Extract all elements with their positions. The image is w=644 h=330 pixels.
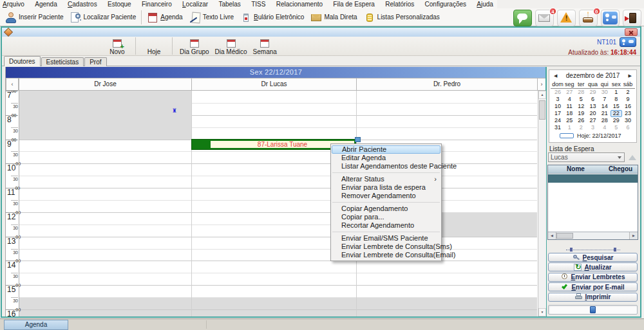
menu-item-copiar-agendamento[interactable]: Copiar Agendamento xyxy=(331,205,441,213)
menu-item-copiar-para[interactable]: Copiar para... xyxy=(331,213,441,221)
contacts-button[interactable] xyxy=(601,10,620,26)
calendar-day[interactable]: 6 xyxy=(587,96,598,103)
menu-relat-rios[interactable]: Relatórios xyxy=(385,1,414,8)
next-column-button[interactable]: › xyxy=(537,78,546,91)
calendar-day[interactable]: 16 xyxy=(622,103,634,110)
calendar-day[interactable]: 13 xyxy=(587,103,598,110)
calendar-day[interactable]: 20 xyxy=(587,110,598,117)
scrollbar-thumb[interactable] xyxy=(556,233,573,239)
tab-prof[interactable]: Prof xyxy=(84,57,106,66)
horizontal-scrollbar[interactable]: ◀ ▶ xyxy=(548,232,638,239)
window-titlebar[interactable] xyxy=(2,28,640,37)
scroll-right-icon[interactable]: ▶ xyxy=(629,232,638,239)
calendar-day[interactable]: 3 xyxy=(587,124,598,131)
action-dia-grupo[interactable]: Dia Grupo xyxy=(180,39,209,55)
close-button[interactable] xyxy=(625,28,638,36)
calendar-day[interactable]: 24 xyxy=(552,117,564,124)
button-enviar-lembretes[interactable]: Enviar Lembretes xyxy=(548,273,638,282)
calendar-day[interactable]: 5 xyxy=(611,124,622,131)
menu-item-enviar-lembrete-de-consulta-sms[interactable]: Enviar Lembrete de Consulta(Sms) xyxy=(331,243,441,251)
calendar-day[interactable]: 31 xyxy=(552,124,564,131)
calendar-next-icon[interactable]: ▶ xyxy=(629,73,632,79)
menu-tiss[interactable]: TISS xyxy=(251,1,265,8)
exit-button[interactable] xyxy=(623,10,641,26)
menu-item-enviar-email-sms-paciente[interactable]: Enviar Email/SMS Paciente xyxy=(331,234,441,243)
calendar-day[interactable]: 21 xyxy=(599,110,611,117)
calendar-day[interactable]: 1 xyxy=(611,89,622,96)
menu-localizar[interactable]: Localizar xyxy=(182,1,208,8)
calendar-day[interactable]: 4 xyxy=(564,96,575,103)
zoom-slider-handle[interactable] xyxy=(590,306,596,313)
calendar-day[interactable]: 19 xyxy=(575,110,587,117)
menu-item-alterar-status[interactable]: Alterar Status› xyxy=(331,175,441,183)
mail-button[interactable]: 4 xyxy=(535,10,554,26)
calendar-day[interactable]: 1 xyxy=(564,124,575,131)
appointment-resize-handle[interactable] xyxy=(355,137,361,142)
calendar-day[interactable]: 29 xyxy=(611,117,622,124)
menu-item-remover-agendamento[interactable]: Remover Agendamento xyxy=(331,192,441,200)
calendar-day[interactable]: 14 xyxy=(599,103,611,110)
calendar-day[interactable]: 7 xyxy=(599,96,611,103)
menu-cadastros[interactable]: Cadastros xyxy=(68,1,97,8)
calendar-day[interactable]: 22 xyxy=(611,110,622,117)
toolbar-bul-rio-eletr-nico[interactable]: Bulário Eletrônico xyxy=(237,10,307,25)
previous-column-button[interactable]: ‹ xyxy=(6,78,19,91)
blocked-time[interactable] xyxy=(19,297,537,316)
calendar-day[interactable]: 28 xyxy=(599,117,611,124)
calendar-day[interactable]: 30 xyxy=(622,117,634,124)
scroll-down-icon[interactable]: ▼ xyxy=(538,308,546,316)
menu-configura-es[interactable]: Configurações xyxy=(425,1,466,8)
zoom-slider[interactable] xyxy=(548,305,638,315)
calendar-day[interactable]: 2 xyxy=(575,124,587,131)
toolbar-texto-livre[interactable]: Texto Livre xyxy=(186,10,237,25)
calendar-day[interactable]: 23 xyxy=(622,110,634,117)
calendar-day[interactable]: 11 xyxy=(564,103,575,110)
calendar-day[interactable]: 9 xyxy=(622,96,634,103)
calendar-day[interactable]: 18 xyxy=(564,110,575,117)
collapse-panel-icon[interactable] xyxy=(629,155,636,160)
menu-agenda[interactable]: Agenda xyxy=(35,1,57,8)
menu-ajuda[interactable]: Ajuda xyxy=(477,1,493,8)
action-dia-m-dico[interactable]: Dia Médico xyxy=(215,39,247,55)
calendar-day[interactable]: 8 xyxy=(611,96,622,103)
toolbar-inserir-paciente[interactable]: Inserir Paciente xyxy=(2,10,66,25)
blocked-time[interactable]: ♜ xyxy=(19,91,191,140)
list-splitter-handle[interactable] xyxy=(566,244,620,250)
today-label[interactable]: Hoje: 22/12/2017 xyxy=(577,133,621,139)
calendar-prev-icon[interactable]: ◀ xyxy=(554,73,557,79)
waiting-list-selected-row[interactable] xyxy=(548,174,638,183)
button-atualizar[interactable]: Atualizar xyxy=(548,262,638,271)
calendar-day[interactable]: 15 xyxy=(611,103,622,110)
menu-item-enviar-lembrete-de-consulta-email[interactable]: Enviar Lembrete de Consulta(Email) xyxy=(331,251,441,259)
menu-arquivo[interactable]: Arquivo xyxy=(3,1,24,8)
calendar-day[interactable]: 27 xyxy=(587,117,598,124)
menu-item-listar-agendamentos-deste-paciente[interactable]: Listar Agendamentos deste Paciente xyxy=(331,162,441,170)
menu-item-abrir-paciente[interactable]: Abrir Paciente xyxy=(332,145,440,154)
menu-fila-de-espera[interactable]: Fila de Espera xyxy=(333,1,374,8)
menu-estoque[interactable]: Estoque xyxy=(108,1,131,8)
calendar-day[interactable]: 2 xyxy=(622,89,634,96)
toolbar-localizar-paciente[interactable]: Localizar Paciente xyxy=(66,10,139,25)
menu-item-editar-agenda[interactable]: Editar Agenda xyxy=(331,154,441,162)
menu-item-recortar-agendamento[interactable]: Recortar Agendamento xyxy=(331,221,441,230)
tab-esteticistas[interactable]: Esteticistas xyxy=(41,57,84,66)
menu-relacionamento[interactable]: Relacionamento xyxy=(276,1,323,8)
calendar-day[interactable]: 28 xyxy=(575,89,587,96)
calendar-day[interactable]: 5 xyxy=(575,96,587,103)
button-pesquisar[interactable]: Pesquisar xyxy=(548,253,638,262)
menu-item-enviar-para-lista-de-espera[interactable]: Enviar para lista de espera xyxy=(331,183,441,192)
toolbar-agenda[interactable]: Agenda xyxy=(144,10,185,25)
tab-doutores[interactable]: Doutores xyxy=(4,56,41,66)
calendar-day[interactable]: 6 xyxy=(622,124,634,131)
toolbar-listas-personalizadas[interactable]: Listas Personalizadas xyxy=(361,10,443,25)
scrollbar-thumb[interactable] xyxy=(539,100,545,120)
scroll-left-icon[interactable]: ◀ xyxy=(548,232,556,239)
action-novo[interactable]: Novo xyxy=(106,39,128,55)
calendar-day[interactable]: 27 xyxy=(564,89,575,96)
professional-select[interactable]: Lucas xyxy=(548,152,625,162)
toolbar-mala-direta[interactable]: Mala Direta xyxy=(307,10,360,25)
calendar-day[interactable]: 17 xyxy=(552,110,564,117)
calendar-day[interactable]: 10 xyxy=(552,103,564,110)
chat-button[interactable] xyxy=(513,10,532,26)
calendar-day[interactable]: 26 xyxy=(575,117,587,124)
